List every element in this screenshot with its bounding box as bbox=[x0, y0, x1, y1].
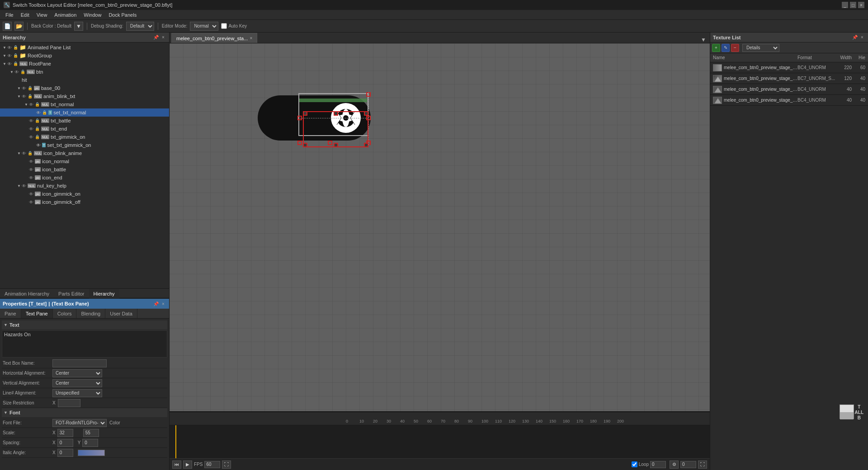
input-spacing-y[interactable] bbox=[82, 439, 98, 447]
tree-item-base-00[interactable]: ▼ 👁 🔒 pic base_00 bbox=[0, 84, 169, 92]
tab-close-btn[interactable]: × bbox=[250, 36, 252, 41]
texture-delete-btn[interactable]: − bbox=[731, 44, 739, 52]
texture-row-0[interactable]: melee_com_btn0_preview_stage_00_bg_stage… bbox=[710, 62, 868, 73]
select-font-file[interactable]: FOT-RodinNTLGPro-EB64 bbox=[52, 419, 107, 427]
tab-hierarchy[interactable]: Hierarchy bbox=[89, 289, 119, 299]
tree-item-anim-blink-txt[interactable]: ▼ 👁 🔒 NUL anim_blink_txt bbox=[0, 92, 169, 100]
menu-animation[interactable]: Animation bbox=[51, 11, 80, 19]
texture-close-btn[interactable]: × bbox=[859, 34, 865, 41]
playhead[interactable] bbox=[175, 425, 176, 458]
prev-frame-btn[interactable]: ⏮ bbox=[172, 461, 181, 469]
canvas-sel-handle-tr[interactable] bbox=[364, 111, 368, 116]
timeline-expand2-btn[interactable]: ⛶ bbox=[698, 461, 707, 469]
editor-mode-select[interactable]: Normal bbox=[190, 22, 218, 31]
tree-item-animated-pane-list[interactable]: ▼ 👁 🔒 📁 Animated Pane List bbox=[0, 43, 169, 52]
hierarchy-close-btn[interactable]: × bbox=[160, 34, 166, 41]
menu-window[interactable]: Window bbox=[80, 11, 105, 19]
tab-pane[interactable]: Pane bbox=[0, 309, 21, 318]
toggle-rootgroup[interactable]: ▼ bbox=[2, 53, 7, 58]
toolbar-open-btn[interactable]: 📂 bbox=[14, 22, 24, 31]
canvas-container[interactable] bbox=[170, 43, 710, 411]
canvas-sel-handle-tm[interactable] bbox=[334, 111, 338, 116]
toggle-animated-pane-list[interactable]: ▼ bbox=[2, 45, 7, 50]
toolbar-new-btn[interactable]: 📄 bbox=[3, 22, 12, 31]
tree-item-txt-end[interactable]: 👁 🔒 NUL txt_end bbox=[0, 125, 169, 133]
toggle-anim-blink-txt[interactable]: ▼ bbox=[16, 94, 22, 99]
tree-item-rootpane[interactable]: ▼ 👁 🔒 NUL RootPane bbox=[0, 60, 169, 68]
menu-dock-panels[interactable]: Dock Panels bbox=[105, 11, 140, 19]
timeline-pos-input[interactable] bbox=[680, 461, 696, 468]
tree-item-txt-normal[interactable]: ▼ 👁 🔒 NUL txt_normal bbox=[0, 100, 169, 108]
timeline-settings-btn[interactable]: ⚙ bbox=[670, 461, 679, 469]
maximize-button[interactable]: □ bbox=[850, 2, 856, 8]
center-dropdown-btn[interactable]: ▼ bbox=[701, 37, 706, 43]
tree-item-icon-normal[interactable]: 👁 pic icon_normal bbox=[0, 157, 169, 165]
menu-view[interactable]: View bbox=[33, 11, 51, 19]
tree-item-set-txt-normal[interactable]: 👁 🔒 T set_txt_normal bbox=[0, 108, 169, 117]
texture-add-btn[interactable]: + bbox=[712, 44, 720, 52]
input-textbox-name[interactable] bbox=[52, 359, 107, 367]
minimize-button[interactable]: _ bbox=[842, 2, 848, 8]
select-line-align[interactable]: Unspecified Left Center Right bbox=[52, 389, 102, 397]
tree-item-set-txt-gimmick-on[interactable]: 👁 T set_txt_gimmick_on bbox=[0, 141, 169, 149]
canvas-sel-handle-bl[interactable] bbox=[303, 143, 307, 147]
play-btn[interactable]: ▶ bbox=[183, 461, 192, 469]
tree-item-nul-key-help[interactable]: ▼ 👁 NUL nul_key_help bbox=[0, 182, 169, 190]
input-spacing-x[interactable] bbox=[57, 439, 73, 447]
texture-row-1[interactable]: melee_com_btn0_preview_stage_icon_01`s B… bbox=[710, 73, 868, 84]
texture-edit-btn[interactable]: ✎ bbox=[722, 44, 730, 52]
toggle-txt-normal[interactable]: ▼ bbox=[24, 102, 29, 107]
tree-item-txt-gimmick-on[interactable]: 👁 🔒 NUL txt_gimmick_on bbox=[0, 133, 169, 141]
select-horiz-align[interactable]: Center Left Right bbox=[52, 369, 102, 377]
tree-item-rootgroup[interactable]: ▼ 👁 🔒 📁 RootGroup bbox=[0, 52, 169, 60]
section-font-header[interactable]: ▼ Font bbox=[2, 408, 167, 417]
debug-shading-select[interactable]: Default bbox=[126, 22, 154, 31]
auto-key-checkbox[interactable] bbox=[221, 23, 227, 29]
tab-blending[interactable]: Blending bbox=[76, 309, 105, 318]
select-vert-align[interactable]: Center Top Bottom bbox=[52, 379, 102, 387]
section-text-header[interactable]: ▼ Text bbox=[2, 320, 167, 329]
input-scale-y[interactable] bbox=[83, 429, 99, 437]
canvas-sel-handle-tl[interactable] bbox=[303, 111, 307, 116]
toggle-rootpane[interactable]: ▼ bbox=[2, 61, 7, 66]
props-close-btn[interactable]: × bbox=[160, 301, 166, 307]
hierarchy-pin-btn[interactable]: 📌 bbox=[153, 34, 159, 41]
auto-key-check[interactable]: Auto Key bbox=[221, 23, 247, 29]
tree-item-icon-gimmick-off[interactable]: 👁 pic icon_gimmick_off bbox=[0, 198, 169, 206]
tab-user-data[interactable]: User Data bbox=[105, 309, 137, 318]
tree-item-icon-battle[interactable]: 👁 pic icon_battle bbox=[0, 165, 169, 174]
close-button[interactable]: × bbox=[858, 2, 864, 8]
menu-edit[interactable]: Edit bbox=[17, 11, 33, 19]
input-italic-angle-x[interactable] bbox=[57, 449, 73, 457]
texture-row-2[interactable]: melee_com_btn0_preview_stage_icon_02`s B… bbox=[710, 84, 868, 95]
loop-checkbox[interactable] bbox=[632, 461, 637, 467]
tree-item-hit[interactable]: hit bbox=[0, 76, 169, 84]
toggle-icon-blink-anime[interactable]: ▼ bbox=[16, 150, 22, 156]
input-size-restriction-x[interactable] bbox=[58, 399, 80, 407]
canvas-sel-handle-bm[interactable] bbox=[334, 143, 338, 147]
input-scale-x[interactable] bbox=[57, 429, 73, 437]
tab-text-pane[interactable]: Text Pane bbox=[21, 309, 53, 318]
tab-main-file[interactable]: melee_com_btn0_preview_sta... × bbox=[171, 33, 257, 43]
toggle-base-00[interactable]: ▼ bbox=[16, 85, 22, 91]
texture-pin-btn[interactable]: 📌 bbox=[852, 34, 858, 41]
tree-item-icon-blink-anime[interactable]: ▼ 👁 🔒 NUL icon_blink_anime bbox=[0, 149, 169, 157]
tree-item-icon-end[interactable]: 👁 pic icon_end bbox=[0, 174, 169, 182]
fps-input[interactable]: 60 bbox=[204, 461, 220, 468]
texture-detail-select[interactable]: Details List Thumbnails bbox=[742, 44, 779, 52]
menu-file[interactable]: File bbox=[2, 11, 17, 19]
loop-value-input[interactable]: 0 bbox=[650, 461, 666, 468]
tree-item-icon-gimmick-on[interactable]: 👁 pic icon_gimmick_on bbox=[0, 190, 169, 198]
tree-item-txt-battle[interactable]: 👁 🔒 NUL txt_battle bbox=[0, 117, 169, 125]
canvas-sel-handle-br[interactable] bbox=[364, 143, 368, 147]
tree-item-btn[interactable]: ▼ 👁 🔒 NUL btn bbox=[0, 68, 169, 76]
toggle-nul-key-help[interactable]: ▼ bbox=[16, 183, 22, 188]
texture-row-3[interactable]: melee_com_btn0_preview_stage_icon_03`s B… bbox=[710, 95, 868, 106]
back-color-picker[interactable]: ▼ bbox=[74, 22, 83, 31]
timeline-scroll-x[interactable] bbox=[170, 412, 710, 417]
props-pin-btn[interactable]: 📌 bbox=[153, 301, 159, 307]
tab-colors[interactable]: Colors bbox=[53, 309, 77, 318]
toggle-btn[interactable]: ▼ bbox=[9, 69, 14, 75]
tab-parts-editor[interactable]: Parts Editor bbox=[54, 289, 89, 299]
italic-angle-slider[interactable] bbox=[78, 450, 105, 456]
